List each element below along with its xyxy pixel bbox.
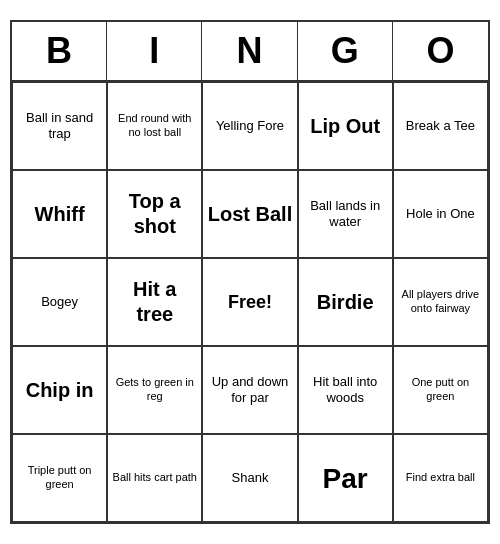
bingo-cell: Chip in: [12, 346, 107, 434]
bingo-cell: Bogey: [12, 258, 107, 346]
bingo-cell: Top a shot: [107, 170, 202, 258]
bingo-card: BINGO Ball in sand trapEnd round with no…: [10, 20, 490, 524]
bingo-cell: Hole in One: [393, 170, 488, 258]
bingo-cell: One putt on green: [393, 346, 488, 434]
header-letter: G: [298, 22, 393, 80]
bingo-cell: Yelling Fore: [202, 82, 297, 170]
bingo-cell: All players drive onto fairway: [393, 258, 488, 346]
header-letter: N: [202, 22, 297, 80]
bingo-cell: Ball in sand trap: [12, 82, 107, 170]
bingo-cell: Up and down for par: [202, 346, 297, 434]
bingo-header: BINGO: [12, 22, 488, 82]
bingo-cell: Par: [298, 434, 393, 522]
bingo-cell: Break a Tee: [393, 82, 488, 170]
bingo-cell: Birdie: [298, 258, 393, 346]
bingo-cell: Find extra ball: [393, 434, 488, 522]
header-letter: B: [12, 22, 107, 80]
bingo-grid: Ball in sand trapEnd round with no lost …: [12, 82, 488, 522]
bingo-cell: Ball hits cart path: [107, 434, 202, 522]
bingo-cell: Lip Out: [298, 82, 393, 170]
bingo-cell: Hit ball into woods: [298, 346, 393, 434]
bingo-cell: Lost Ball: [202, 170, 297, 258]
header-letter: I: [107, 22, 202, 80]
header-letter: O: [393, 22, 488, 80]
bingo-cell: Gets to green in reg: [107, 346, 202, 434]
bingo-cell: Triple putt on green: [12, 434, 107, 522]
bingo-cell: Hit a tree: [107, 258, 202, 346]
bingo-cell: Shank: [202, 434, 297, 522]
bingo-cell: End round with no lost ball: [107, 82, 202, 170]
bingo-cell: Ball lands in water: [298, 170, 393, 258]
bingo-cell: Free!: [202, 258, 297, 346]
bingo-cell: Whiff: [12, 170, 107, 258]
